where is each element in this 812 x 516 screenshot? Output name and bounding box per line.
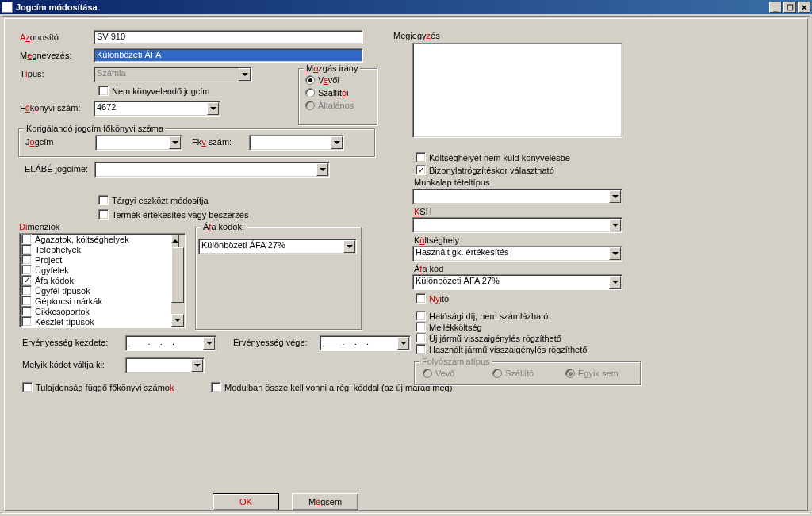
folyo-szallito-radio: Szállító [492, 369, 534, 378]
checkbox-icon[interactable] [21, 265, 32, 275]
dimenziok-list[interactable]: Ágazatok, költséghelyekTelephelyekProjec… [19, 233, 186, 328]
list-item[interactable]: ✓Áfa kódok [20, 275, 185, 285]
afakodok-group: Áfa kódok: Különbözeti ÁFA 27% [195, 227, 362, 330]
minimize-button[interactable]: _ [769, 2, 782, 13]
checkbox-icon[interactable] [21, 254, 32, 265]
mozgas-group: Mozgás irány Vevői Szállítói Általános [298, 68, 377, 125]
list-item-label: Ügyfél típusok [35, 286, 90, 296]
melyik-label: Melyik kódot váltja ki: [22, 360, 105, 369]
ervkezdet-label: Érvényesség kezdete: [22, 338, 108, 347]
altalanos-radio: Általános [305, 101, 354, 110]
koltseghely-nokonyv-checkbox[interactable]: Költséghelyet nem küld könyvelésbe [416, 152, 570, 162]
ujjarm-checkbox[interactable]: Új jármű visszaigénylés rögzíthető [416, 333, 561, 343]
megjegyzes-textarea[interactable] [412, 43, 622, 138]
koltseghely-combo[interactable]: Használt gk. értékesítés [412, 246, 622, 262]
scroll-up-icon[interactable] [171, 235, 179, 247]
hatosagi-checkbox[interactable]: Hatósági díj, nem számlázható [416, 311, 548, 321]
list-item-label: Készlet típusok [35, 317, 94, 327]
azonosito-input[interactable]: SV 910 [94, 30, 363, 44]
folyo-group: Folyószámlatípus Vevő Szállító Egyik sem [414, 361, 641, 385]
list-item-label: Telephelyek [35, 245, 81, 254]
fokonyvi-combo[interactable]: 4672 [94, 101, 220, 117]
list-item[interactable]: Ügyfelek [20, 265, 185, 275]
megjegyzes-label: Megjegyzés [393, 31, 440, 40]
vevoi-radio[interactable]: Vevői [305, 75, 339, 85]
chevron-down-icon[interactable] [343, 240, 355, 253]
scroll-down-icon[interactable] [171, 314, 184, 327]
scroll-thumb[interactable] [171, 247, 184, 303]
scrollbar[interactable] [171, 235, 184, 327]
list-item-label: Áfa kódok [35, 276, 74, 285]
hasznjarm-checkbox[interactable]: Használt jármű visszaigénylés rögzíthető [416, 344, 587, 354]
szallitoi-radio[interactable]: Szállítói [305, 88, 349, 97]
close-button[interactable]: ✕ [798, 2, 810, 13]
nemkonyv-checkbox[interactable]: Nem könyvelendő jogcím [98, 86, 210, 96]
chevron-down-icon[interactable] [331, 136, 343, 149]
elabe-label: ELÁBÉ jogcíme: [25, 164, 88, 174]
ok-button[interactable]: OK [213, 493, 279, 510]
ervvege-date[interactable]: ____.__.__. [320, 335, 411, 351]
list-item-label: Project [35, 255, 62, 265]
checkbox-icon[interactable] [21, 244, 32, 254]
folyo-egyik-radio: Egyik sem [565, 369, 619, 378]
munkalap-label: Munkalap tételtípus [414, 178, 489, 187]
elabe-combo[interactable] [94, 162, 330, 178]
chevron-down-icon[interactable] [609, 276, 621, 289]
cancel-button[interactable]: Mégsem [292, 493, 358, 510]
jogcim-combo[interactable] [95, 135, 182, 151]
afakod-combo[interactable]: Különbözeti ÁFA 27% [412, 274, 622, 290]
korigalt-legend: Korigálandó jogcím főkönyvi száma [24, 124, 166, 133]
chevron-down-icon[interactable] [609, 247, 621, 260]
megnevezes-input[interactable]: Különbözeti ÁFA [94, 48, 363, 63]
chevron-down-icon[interactable] [397, 337, 409, 350]
list-item[interactable]: Cikkcsoportok [20, 306, 185, 316]
nyito-checkbox[interactable]: Nyitó [416, 293, 449, 304]
bizonylat-checkbox[interactable]: ✓Bizonylatrögzítéskor választható [416, 165, 554, 175]
ervkezdet-date[interactable]: ____.__.__. [125, 335, 216, 351]
azonosito-label: Azonosító [20, 32, 59, 42]
checkbox-icon[interactable] [21, 234, 32, 244]
megnevezes-label: Megnevezés: [20, 51, 71, 60]
checkbox-icon[interactable] [21, 306, 32, 316]
chevron-down-icon[interactable] [203, 337, 215, 350]
melyik-combo[interactable] [125, 357, 205, 373]
app-icon [2, 2, 13, 13]
chevron-down-icon[interactable] [316, 163, 328, 176]
chevron-down-icon[interactable] [191, 359, 203, 372]
chevron-down-icon[interactable] [239, 68, 251, 81]
afakod-label: Áfa kód [414, 264, 443, 273]
window-title: Jogcím módosítása [16, 2, 98, 12]
mellek-checkbox[interactable]: Mellékköltség [416, 322, 482, 332]
tulajdonsag-checkbox[interactable]: Tulajdonság függő főkönyvi számok [22, 382, 174, 392]
maximize-button[interactable]: ☐ [783, 2, 796, 13]
list-item[interactable]: Telephelyek [20, 244, 185, 254]
list-item[interactable]: Project [20, 254, 185, 265]
mozgas-legend: Mozgás irány [304, 63, 360, 73]
chevron-down-icon[interactable] [609, 219, 621, 231]
list-item[interactable]: Ágazatok, költséghelyek [20, 234, 185, 244]
ksh-combo[interactable] [412, 217, 622, 233]
list-item[interactable]: Ügyfél típusok [20, 285, 185, 296]
chevron-down-icon[interactable] [609, 190, 621, 203]
list-item-label: Cikkcsoportok [35, 307, 90, 316]
checkbox-icon[interactable] [21, 285, 32, 296]
fkvszam-combo[interactable] [249, 135, 344, 151]
chevron-down-icon[interactable] [169, 136, 181, 149]
list-item[interactable]: Készlet típusok [20, 316, 185, 327]
checkbox-icon[interactable]: ✓ [21, 275, 32, 285]
targyi-checkbox[interactable]: Tárgyi eszközt módosítja [98, 195, 209, 205]
list-item[interactable]: Gépkocsi márkák [20, 296, 185, 306]
fkvszam-label: Fkv szám: [192, 137, 232, 147]
afakodok-legend: Áfa kódok: [201, 222, 247, 231]
folyo-legend: Folyószámlatípus [419, 357, 492, 366]
checkbox-icon[interactable] [21, 296, 32, 306]
ksh-label: KSH [414, 207, 432, 216]
afakodok-combo[interactable]: Különbözeti ÁFA 27% [198, 239, 357, 254]
termek-checkbox[interactable]: Termék értékesítés vagy beszerzés [98, 209, 248, 220]
tipus-combo[interactable]: Számla [94, 67, 252, 82]
list-item-label: Ügyfelek [35, 266, 69, 275]
chevron-down-icon[interactable] [207, 102, 219, 115]
munkalap-combo[interactable] [412, 189, 622, 204]
list-item-label: Ágazatok, költséghelyek [35, 235, 129, 244]
checkbox-icon[interactable] [21, 316, 32, 327]
